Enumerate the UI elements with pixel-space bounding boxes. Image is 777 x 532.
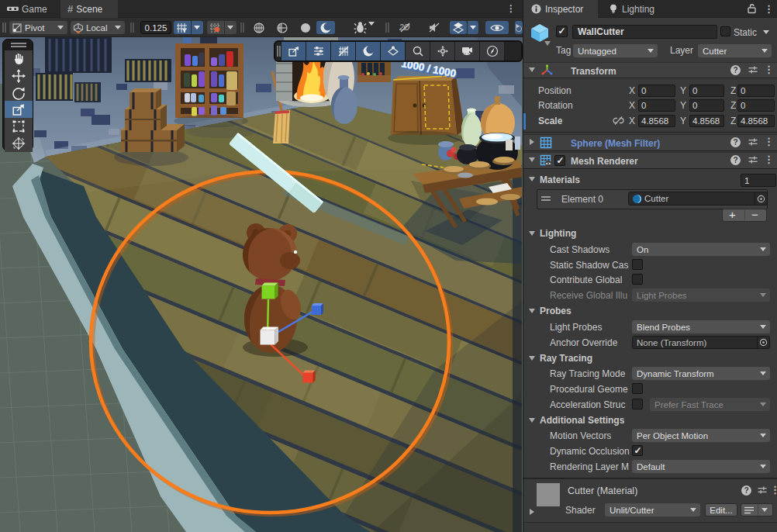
svg-text:Y: Y: [182, 27, 187, 33]
